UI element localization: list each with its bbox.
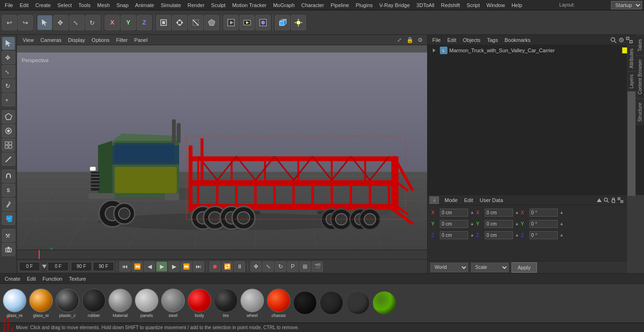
transform-tool-sidebar[interactable]: + — [2, 93, 15, 106]
menu-mograph[interactable]: MoGraph — [270, 1, 297, 9]
loop-button[interactable]: 🔁 — [222, 261, 233, 272]
attr-rot-x-field[interactable] — [529, 209, 558, 217]
light-button[interactable] — [291, 15, 306, 30]
wrench-sidebar[interactable]: ⚒ — [2, 229, 15, 242]
move-tool-button[interactable]: ✥ — [53, 15, 68, 30]
render-view-button[interactable] — [239, 15, 255, 30]
om-menu-bookmarks[interactable]: Bookmarks — [502, 36, 533, 44]
menu-motion-tracker[interactable]: Motion Tracker — [229, 1, 269, 9]
layout-select[interactable]: Startup — [611, 1, 642, 9]
scale-transport-btn[interactable]: ⤡ — [263, 261, 274, 272]
material-extra-1[interactable] — [320, 291, 343, 316]
menu-script[interactable]: Script — [464, 1, 483, 9]
menu-edit[interactable]: Edit — [17, 1, 32, 9]
material-item-0[interactable]: glass_re — [3, 289, 26, 318]
attr-lock-icon[interactable] — [611, 197, 616, 203]
menu-character[interactable]: Character — [298, 1, 327, 9]
vp-menu-filter[interactable]: Filter — [113, 36, 130, 44]
material-extra-2[interactable] — [346, 291, 370, 316]
grid-sidebar[interactable] — [2, 138, 15, 152]
attr-pos-z-field[interactable] — [440, 231, 468, 239]
om-settings-icon[interactable] — [618, 37, 625, 43]
attr-pos-y-arrow[interactable]: ▲ — [470, 221, 474, 226]
viewport[interactable]: View Cameras Display Options Filter Pane… — [17, 35, 427, 250]
menu-plugins[interactable]: Plugins — [353, 1, 375, 9]
menu-animate[interactable]: Animate — [132, 1, 157, 9]
vtab-layers[interactable]: Layers — [627, 71, 636, 91]
sculpt-sidebar[interactable]: S — [2, 184, 15, 197]
vp-expand-icon[interactable]: ⤢ — [395, 36, 404, 44]
attr-up-arrow[interactable] — [596, 197, 602, 203]
menu-window[interactable]: Window — [484, 1, 508, 9]
attr-edit[interactable]: Edit — [462, 196, 476, 204]
attr-pos-x-arrow[interactable]: ▲ — [470, 210, 474, 215]
om-expand-icon[interactable] — [626, 37, 633, 43]
end-frame-field[interactable] — [71, 262, 92, 271]
attr-pos-x2-field[interactable] — [485, 209, 513, 217]
attr-rot-x-arrow[interactable]: ▲ — [560, 210, 564, 215]
edge-mode-button[interactable] — [188, 15, 203, 30]
scale-dropdown[interactable]: Scale — [471, 263, 509, 272]
menu-redshift[interactable]: Redshift — [438, 1, 462, 9]
attr-rot-y-arrow[interactable]: ▲ — [560, 221, 564, 226]
film-transport-btn[interactable]: 🎬 — [312, 261, 323, 272]
redo-button[interactable]: ↪ — [18, 15, 33, 30]
camera-sidebar[interactable] — [2, 243, 15, 256]
timeline-playhead[interactable] — [39, 250, 40, 259]
timeline-area[interactable]: 0 5 10 15 20 25 30 35 40 45 50 55 60 65 … — [17, 250, 427, 259]
paint-sidebar[interactable] — [2, 124, 15, 138]
vtab-structure[interactable]: Structure — [636, 98, 644, 126]
material-item-9[interactable]: wheel — [240, 289, 264, 318]
material-item-2[interactable]: plastic_c — [56, 289, 79, 318]
select-tool-button[interactable] — [37, 15, 52, 30]
material-item-5[interactable]: panels — [135, 289, 158, 318]
x-axis-button[interactable]: X — [105, 15, 120, 30]
scale-tool-sidebar[interactable]: ⤡ — [2, 65, 15, 78]
prev-frame-button[interactable]: ◀ — [144, 261, 155, 272]
attr-user-data[interactable]: User Data — [477, 196, 506, 204]
paint2-sidebar[interactable] — [2, 198, 15, 211]
vp-menu-panel[interactable]: Panel — [132, 36, 150, 44]
render-to-po-button[interactable] — [256, 15, 271, 30]
mat-menu-function[interactable]: Function — [40, 275, 65, 283]
menu-simulate[interactable]: Simulate — [158, 1, 184, 9]
material-item-6[interactable]: steel — [161, 289, 185, 318]
attr-pos-z2-field[interactable] — [485, 231, 513, 239]
render-region-button[interactable] — [223, 15, 239, 30]
vp-lock-icon[interactable]: 🔒 — [405, 36, 414, 44]
select-tool-sidebar[interactable] — [2, 37, 15, 50]
go-to-start-button[interactable]: ⏮ — [119, 261, 131, 272]
cube-button[interactable] — [275, 15, 290, 30]
knife-sidebar[interactable] — [2, 153, 15, 166]
om-row-expand-icon[interactable] — [430, 47, 438, 54]
om-menu-tags[interactable]: Tags — [484, 36, 501, 44]
attr-pos-z-arrow[interactable]: ▲ — [470, 233, 474, 237]
vp-menu-display[interactable]: Display — [65, 36, 88, 44]
attr-pos-x-field[interactable] — [440, 209, 468, 217]
frame-down-arrow[interactable] — [42, 263, 47, 270]
material-extra-3[interactable] — [372, 291, 396, 316]
attr-expand2-icon[interactable] — [618, 197, 623, 203]
menu-render[interactable]: Render — [185, 1, 207, 9]
om-row-truck[interactable]: L Marmon_Truck_with_Sun_Valley_Car_Carri… — [428, 45, 644, 56]
vp-menu-view[interactable]: View — [20, 36, 37, 44]
pivot-transport-btn[interactable]: P — [287, 261, 298, 272]
om-menu-file[interactable]: File — [429, 36, 444, 44]
vtab-attributes[interactable]: Attributes — [627, 45, 636, 71]
start-frame-field[interactable] — [48, 262, 69, 271]
menu-tools[interactable]: Tools — [75, 1, 93, 9]
object-mode-button[interactable] — [156, 15, 171, 30]
poly-mode-button[interactable] — [204, 15, 219, 30]
material-item-7[interactable]: body — [188, 289, 211, 318]
material-item-3[interactable]: rubber — [82, 289, 106, 318]
undo-button[interactable]: ↩ — [2, 15, 17, 30]
attr-mode[interactable]: Mode — [442, 196, 461, 204]
menu-help[interactable]: Help — [509, 1, 525, 9]
prev-key-button[interactable]: ⏪ — [132, 261, 143, 272]
z-axis-button[interactable]: Z — [137, 15, 152, 30]
material-item-8[interactable]: tire — [214, 289, 238, 318]
attr-search-icon[interactable] — [603, 197, 609, 203]
next-key-button[interactable]: ⏩ — [181, 261, 192, 272]
attr-pos-y2-arrow[interactable]: ▲ — [515, 221, 519, 226]
rotate-tool-sidebar[interactable]: ↻ — [2, 79, 15, 92]
